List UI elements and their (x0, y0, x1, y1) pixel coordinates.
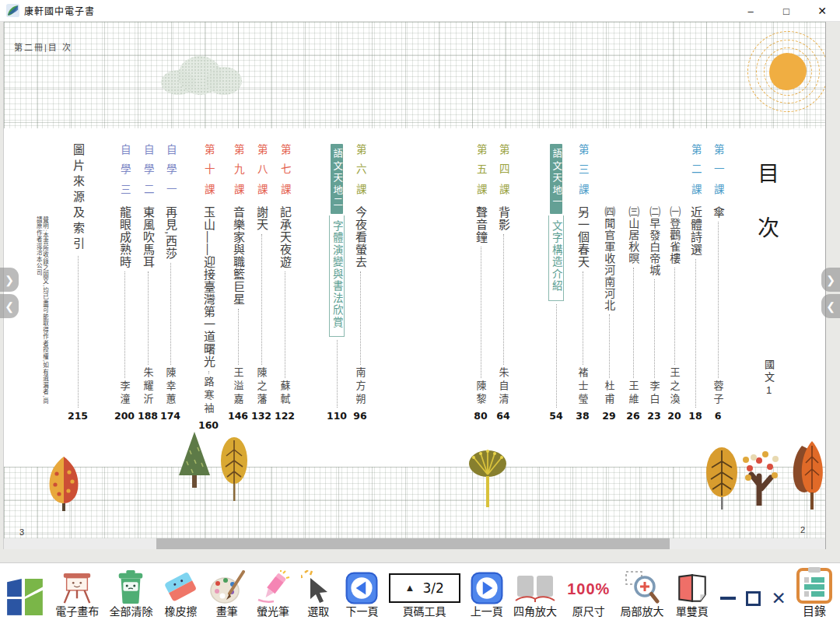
toc-entry-self-study-2[interactable]: 自學二 東風吹馬耳 朱耀沂 188 (138, 144, 158, 422)
page-title: 目次 (755, 162, 777, 271)
tool-label: 螢光筆 (257, 605, 289, 618)
toc-entry-page: 23 (647, 410, 660, 422)
dotted-leader (124, 271, 125, 378)
toc-entry-lesson-5[interactable]: 第五課 聲音鐘 陳黎 80 (471, 144, 491, 422)
window-minimize-icon[interactable]: – (733, 0, 768, 22)
toc-entry-page: 215 (68, 410, 88, 422)
page-indicator-box[interactable]: ▲ 3/2 (389, 573, 460, 603)
toolbar-minimize-button[interactable] (720, 579, 736, 618)
toc-entry-index[interactable]: 圖片來源及索引 215 (68, 144, 88, 422)
open-book-icon (514, 572, 556, 604)
dotted-leader (633, 268, 634, 378)
toc-entry-author: 王溢嘉 (233, 367, 243, 407)
toc-entry-lesson-6[interactable]: 第六課 今夜看螢去 南方朔 96 (350, 144, 370, 422)
toc-entry-title: 背影 (497, 206, 509, 231)
toc-subentry-poem-4[interactable]: ㈣聞官軍收河南河北 杜甫 29 (597, 144, 621, 422)
toc-entry-lesson-2[interactable]: 第二課 近體詩選 18 (685, 144, 705, 422)
toc-entry-author: 李白 (649, 380, 660, 407)
toc-entry-self-study-3[interactable]: 自學三 龍眼成熟時 李潼 200 (114, 144, 135, 422)
toc-entry-lesson-10[interactable]: 第十課 玉山——迎接臺灣第一道曙光 路寒袖 160 (195, 144, 222, 422)
original-size-tool[interactable]: 100% 原尺寸 (567, 575, 610, 618)
toc-entry-title: ㈢山居秋暝 (628, 206, 639, 264)
right-edge-navigation: ❯ ❮ (821, 268, 840, 318)
toc-entry-title: 字體演變與書法欣賞 (329, 215, 345, 338)
toc-entry-page: 146 (228, 410, 248, 422)
highlighter-tool[interactable]: 螢光筆 (255, 570, 291, 618)
tool-label: 選取 (307, 605, 329, 618)
toc-entry-page: 174 (160, 410, 180, 422)
toc-subentry-poem-1[interactable]: ㈠登鸛雀樓 王之渙 20 (664, 144, 684, 422)
page-number-tool[interactable]: ▲ 3/2 頁碼工具 (389, 573, 460, 618)
select-tool[interactable]: 選取 (301, 570, 335, 618)
toc-entry-page: 6 (715, 410, 722, 422)
palette-brush-icon (209, 570, 245, 604)
toc-entry-title: 記承天夜遊 (278, 206, 291, 268)
brush-tool[interactable]: 畫筆 (209, 570, 245, 618)
toc-entry-lesson-8[interactable]: 第八課 謝天 陳之藩 132 (251, 144, 271, 422)
toc-entry-author: 陳之藩 (257, 367, 267, 407)
toc-subentry-poem-2[interactable]: ㈡早發白帝城 李白 23 (644, 144, 664, 422)
cursor-icon (301, 570, 335, 604)
toc-entry-page: 26 (626, 410, 639, 422)
toc-entry-label: 第九課 (233, 144, 243, 206)
toc-entry-page: 132 (251, 410, 271, 422)
bottom-toolbar: 電子畫布 全部清除 橡皮擦 (0, 562, 840, 620)
toc-entry-label: 第七課 (279, 144, 290, 206)
single-double-page-tool[interactable]: 單雙頁 (674, 572, 710, 618)
chevron-left-icon[interactable]: ❮ (0, 294, 19, 318)
ebook-page-spread: 第二冊|目 次 目次 國文1 聲明:本書所收錄之圖文,均已盡可能取得作者授權,如… (3, 22, 826, 549)
toc-entry-lesson-9[interactable]: 第九課 音樂家與職籃巨星 王溢嘉 146 (228, 144, 248, 422)
tool-label: 四角放大 (513, 605, 557, 618)
toc-entry-language-world-1[interactable]: 語文天地一 文字構造介紹 54 (544, 144, 568, 422)
toc-entry-lesson-4[interactable]: 第四課 背影 朱自清 64 (493, 144, 513, 422)
table-of-contents-button[interactable]: 目錄 (796, 568, 832, 618)
copyright-disclaimer: 聲明:本書所收錄之圖文,均已盡可能取得作者授權,如有遺漏者,尚請原作者逕洽本公司 (35, 216, 48, 411)
window-maximize-icon[interactable]: □ (768, 0, 804, 22)
toc-entry-lesson-1[interactable]: 第一課 傘 蓉子 6 (708, 144, 728, 422)
restore-window-icon (746, 591, 761, 606)
toc-entry-title: ㈣聞官軍收河南河北 (604, 206, 615, 311)
toc-entry-page: 96 (353, 410, 366, 422)
toc-entry-title: 音樂家與職籃巨星 (232, 206, 244, 306)
page-up-triangle-icon[interactable]: ▲ (405, 582, 415, 594)
toc-entry-lesson-3[interactable]: 第三課 另一個春天 褚士瑩 38 (572, 144, 593, 422)
canvas-tool[interactable]: 電子畫布 (55, 572, 99, 618)
next-page-icon (345, 572, 378, 604)
dotted-leader (148, 271, 149, 365)
toc-entry-title: 東風吹馬耳 (142, 206, 154, 268)
window-close-icon[interactable]: ✕ (804, 0, 840, 22)
page-indicator-value: 3/2 (422, 580, 443, 596)
dotted-leader (654, 279, 655, 378)
breadcrumb: 第二冊|目 次 (14, 40, 72, 53)
eraser-tool[interactable]: 橡皮擦 (163, 572, 199, 618)
prev-page-button[interactable]: 上一頁 (471, 572, 503, 618)
horizontal-scrollbar-thumb[interactable] (156, 538, 670, 549)
toc-subentry-poem-3[interactable]: ㈢山居秋暝 王維 26 (623, 144, 643, 422)
toc-entry-label: 自學三 (119, 144, 130, 206)
toc-entry-author: 陳黎 (476, 380, 486, 407)
chevron-left-icon[interactable]: ❮ (821, 294, 840, 318)
toc-entry-title: ㈡早發白帝城 (649, 206, 660, 276)
minimize-icon (720, 597, 736, 600)
toc-entry-title: 聲音鐘 (474, 206, 487, 243)
chevron-right-icon[interactable]: ❯ (821, 268, 840, 292)
toc-entry-author: 王之渙 (670, 367, 680, 407)
toc-entry-lesson-7[interactable]: 第七課 記承天夜遊 蘇軾 122 (275, 144, 295, 422)
toolbar-close-button[interactable]: ✕ (771, 579, 786, 618)
trash-icon (115, 570, 146, 604)
dotted-leader (170, 263, 171, 365)
toc-entry-language-world-2[interactable]: 語文天地二 字體演變與書法欣賞 110 (325, 144, 348, 422)
toolbar-restore-button[interactable] (746, 579, 761, 618)
app-icon (6, 4, 19, 17)
next-page-button[interactable]: 下一頁 (345, 572, 378, 618)
dotted-leader (674, 268, 675, 365)
clear-all-tool[interactable]: 全部清除 (109, 570, 152, 618)
toc-entry-self-study-1[interactable]: 自學一 再見,西莎 陳幸蕙 174 (160, 144, 180, 422)
corner-zoom-tool[interactable]: 四角放大 (513, 572, 557, 618)
toc-entry-title: 文字構造介紹 (548, 215, 564, 301)
partial-zoom-tool[interactable]: 局部放大 (621, 570, 664, 618)
chevron-right-icon[interactable]: ❯ (0, 268, 19, 292)
page-subtitle: 國文1 (764, 359, 774, 398)
tool-label: 上一頁 (471, 605, 503, 618)
toc-entry-title: 玉山——迎接臺灣第一道曙光 (202, 206, 215, 368)
